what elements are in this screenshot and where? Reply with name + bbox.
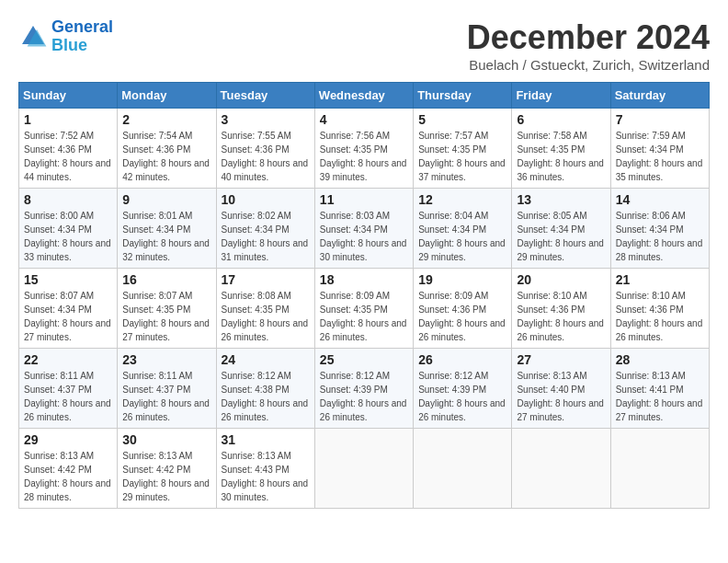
calendar-cell: 27 Sunrise: 8:13 AM Sunset: 4:40 PM Dayl…	[512, 349, 610, 429]
weekday-row: SundayMondayTuesdayWednesdayThursdayFrid…	[19, 83, 710, 109]
day-info: Sunrise: 8:10 AM Sunset: 4:36 PM Dayligh…	[616, 291, 703, 342]
day-info: Sunrise: 8:09 AM Sunset: 4:35 PM Dayligh…	[320, 291, 407, 342]
calendar-cell: 6 Sunrise: 7:58 AM Sunset: 4:35 PM Dayli…	[512, 109, 610, 189]
calendar-cell	[314, 429, 413, 509]
day-info: Sunrise: 8:04 AM Sunset: 4:34 PM Dayligh…	[418, 211, 506, 262]
day-number: 2	[122, 112, 210, 127]
weekday-header-tuesday: Tuesday	[216, 83, 314, 109]
calendar-cell: 13 Sunrise: 8:05 AM Sunset: 4:34 PM Dayl…	[512, 189, 610, 269]
week-row-3: 15 Sunrise: 8:07 AM Sunset: 4:34 PM Dayl…	[19, 269, 710, 349]
day-number: 17	[222, 272, 310, 287]
calendar-cell: 7 Sunrise: 7:59 AM Sunset: 4:34 PM Dayli…	[610, 109, 709, 189]
day-number: 22	[24, 352, 112, 367]
calendar-cell: 31 Sunrise: 8:13 AM Sunset: 4:43 PM Dayl…	[216, 429, 314, 509]
day-number: 25	[320, 352, 408, 367]
day-info: Sunrise: 7:58 AM Sunset: 4:35 PM Dayligh…	[517, 131, 604, 182]
day-info: Sunrise: 8:06 AM Sunset: 4:34 PM Dayligh…	[616, 211, 703, 262]
day-info: Sunrise: 8:13 AM Sunset: 4:43 PM Dayligh…	[222, 451, 309, 502]
calendar-cell: 20 Sunrise: 8:10 AM Sunset: 4:36 PM Dayl…	[512, 269, 610, 349]
calendar-cell: 21 Sunrise: 8:10 AM Sunset: 4:36 PM Dayl…	[610, 269, 709, 349]
day-info: Sunrise: 8:13 AM Sunset: 4:42 PM Dayligh…	[24, 451, 111, 502]
calendar-cell: 23 Sunrise: 8:11 AM Sunset: 4:37 PM Dayl…	[118, 349, 216, 429]
day-number: 24	[222, 352, 310, 367]
day-number: 10	[222, 192, 310, 207]
calendar-cell: 28 Sunrise: 8:13 AM Sunset: 4:41 PM Dayl…	[610, 349, 709, 429]
day-info: Sunrise: 8:05 AM Sunset: 4:34 PM Dayligh…	[517, 211, 604, 262]
calendar-cell: 25 Sunrise: 8:12 AM Sunset: 4:39 PM Dayl…	[314, 349, 413, 429]
day-info: Sunrise: 8:10 AM Sunset: 4:36 PM Dayligh…	[517, 291, 604, 342]
day-number: 13	[517, 192, 605, 207]
calendar-body: 1 Sunrise: 7:52 AM Sunset: 4:36 PM Dayli…	[19, 109, 710, 509]
day-info: Sunrise: 8:01 AM Sunset: 4:34 PM Dayligh…	[122, 211, 210, 262]
calendar-cell: 10 Sunrise: 8:02 AM Sunset: 4:34 PM Dayl…	[216, 189, 314, 269]
weekday-header-sunday: Sunday	[19, 83, 118, 109]
calendar-cell: 14 Sunrise: 8:06 AM Sunset: 4:34 PM Dayl…	[610, 189, 709, 269]
day-number: 8	[24, 192, 112, 207]
calendar-cell: 4 Sunrise: 7:56 AM Sunset: 4:35 PM Dayli…	[314, 109, 413, 189]
day-info: Sunrise: 7:56 AM Sunset: 4:35 PM Dayligh…	[320, 131, 407, 182]
day-info: Sunrise: 8:12 AM Sunset: 4:39 PM Dayligh…	[418, 371, 506, 422]
day-number: 18	[320, 272, 408, 287]
day-info: Sunrise: 8:07 AM Sunset: 4:35 PM Dayligh…	[122, 291, 210, 342]
title-area: December 2024 Buelach / Gstueckt, Zurich…	[467, 18, 710, 73]
day-info: Sunrise: 8:13 AM Sunset: 4:41 PM Dayligh…	[616, 371, 703, 422]
day-info: Sunrise: 8:11 AM Sunset: 4:37 PM Dayligh…	[122, 371, 210, 422]
month-title: December 2024	[467, 18, 710, 57]
day-info: Sunrise: 8:12 AM Sunset: 4:38 PM Dayligh…	[222, 371, 309, 422]
calendar-cell: 5 Sunrise: 7:57 AM Sunset: 4:35 PM Dayli…	[414, 109, 512, 189]
day-number: 19	[418, 272, 506, 287]
calendar-cell: 16 Sunrise: 8:07 AM Sunset: 4:35 PM Dayl…	[118, 269, 216, 349]
day-info: Sunrise: 8:09 AM Sunset: 4:36 PM Dayligh…	[418, 291, 506, 342]
calendar-cell	[512, 429, 610, 509]
day-number: 27	[517, 352, 605, 367]
header: General Blue December 2024 Buelach / Gst…	[18, 18, 710, 73]
day-number: 21	[616, 272, 704, 287]
weekday-header-monday: Monday	[118, 83, 216, 109]
day-number: 4	[320, 112, 408, 127]
day-info: Sunrise: 8:00 AM Sunset: 4:34 PM Dayligh…	[24, 211, 111, 262]
weekday-header-thursday: Thursday	[414, 83, 512, 109]
calendar-cell: 19 Sunrise: 8:09 AM Sunset: 4:36 PM Dayl…	[414, 269, 512, 349]
day-number: 23	[122, 352, 210, 367]
day-number: 9	[122, 192, 210, 207]
day-number: 20	[517, 272, 605, 287]
day-info: Sunrise: 8:12 AM Sunset: 4:39 PM Dayligh…	[320, 371, 407, 422]
calendar-cell: 9 Sunrise: 8:01 AM Sunset: 4:34 PM Dayli…	[118, 189, 216, 269]
day-info: Sunrise: 8:11 AM Sunset: 4:37 PM Dayligh…	[24, 371, 111, 422]
day-info: Sunrise: 7:55 AM Sunset: 4:36 PM Dayligh…	[222, 131, 309, 182]
calendar-cell: 3 Sunrise: 7:55 AM Sunset: 4:36 PM Dayli…	[216, 109, 314, 189]
day-info: Sunrise: 8:08 AM Sunset: 4:35 PM Dayligh…	[222, 291, 309, 342]
day-info: Sunrise: 7:54 AM Sunset: 4:36 PM Dayligh…	[122, 131, 210, 182]
calendar-cell: 24 Sunrise: 8:12 AM Sunset: 4:38 PM Dayl…	[216, 349, 314, 429]
day-number: 15	[24, 272, 112, 287]
week-row-4: 22 Sunrise: 8:11 AM Sunset: 4:37 PM Dayl…	[19, 349, 710, 429]
day-number: 29	[24, 432, 112, 447]
logo: General Blue	[18, 18, 113, 55]
calendar-cell	[414, 429, 512, 509]
weekday-header-wednesday: Wednesday	[314, 83, 413, 109]
weekday-header-saturday: Saturday	[610, 83, 709, 109]
day-info: Sunrise: 8:13 AM Sunset: 4:42 PM Dayligh…	[122, 451, 210, 502]
week-row-1: 1 Sunrise: 7:52 AM Sunset: 4:36 PM Dayli…	[19, 109, 710, 189]
day-info: Sunrise: 8:03 AM Sunset: 4:34 PM Dayligh…	[320, 211, 407, 262]
weekday-header-friday: Friday	[512, 83, 610, 109]
day-number: 3	[222, 112, 310, 127]
day-number: 6	[517, 112, 605, 127]
calendar-cell: 15 Sunrise: 8:07 AM Sunset: 4:34 PM Dayl…	[19, 269, 118, 349]
week-row-2: 8 Sunrise: 8:00 AM Sunset: 4:34 PM Dayli…	[19, 189, 710, 269]
day-number: 7	[616, 112, 704, 127]
day-info: Sunrise: 7:59 AM Sunset: 4:34 PM Dayligh…	[616, 131, 703, 182]
calendar-cell: 12 Sunrise: 8:04 AM Sunset: 4:34 PM Dayl…	[414, 189, 512, 269]
day-info: Sunrise: 7:52 AM Sunset: 4:36 PM Dayligh…	[24, 131, 111, 182]
day-number: 11	[320, 192, 408, 207]
calendar-cell: 2 Sunrise: 7:54 AM Sunset: 4:36 PM Dayli…	[118, 109, 216, 189]
day-info: Sunrise: 8:07 AM Sunset: 4:34 PM Dayligh…	[24, 291, 111, 342]
week-row-5: 29 Sunrise: 8:13 AM Sunset: 4:42 PM Dayl…	[19, 429, 710, 509]
calendar-cell: 22 Sunrise: 8:11 AM Sunset: 4:37 PM Dayl…	[19, 349, 118, 429]
day-number: 16	[122, 272, 210, 287]
day-number: 30	[122, 432, 210, 447]
calendar-cell: 18 Sunrise: 8:09 AM Sunset: 4:35 PM Dayl…	[314, 269, 413, 349]
calendar-cell: 8 Sunrise: 8:00 AM Sunset: 4:34 PM Dayli…	[19, 189, 118, 269]
calendar-cell: 11 Sunrise: 8:03 AM Sunset: 4:34 PM Dayl…	[314, 189, 413, 269]
calendar-cell: 30 Sunrise: 8:13 AM Sunset: 4:42 PM Dayl…	[118, 429, 216, 509]
